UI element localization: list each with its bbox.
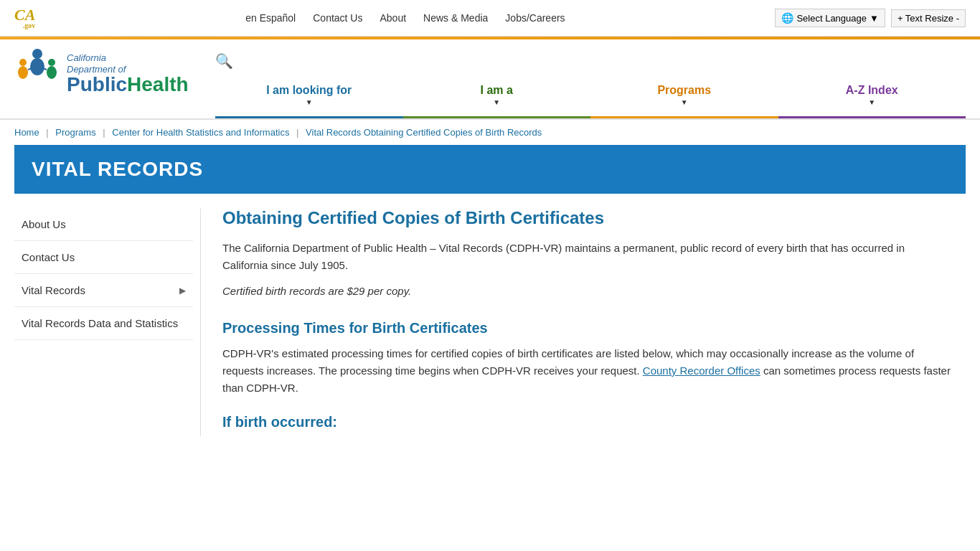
top-bar: CA.gov en Español Contact Us About News … — [0, 0, 980, 37]
nav-contact-us[interactable]: Contact Us — [313, 12, 362, 24]
nav-label-i-am-a: I am a — [410, 84, 584, 97]
breadcrumb-sep-2: | — [103, 127, 105, 138]
page-title-banner: VITAL RECORDS — [14, 145, 966, 194]
sidebar: About Us Contact Us Vital Records ▶ Vita… — [14, 208, 201, 436]
nav-label-programs: Programs — [598, 84, 771, 97]
processing-times-paragraph: CDPH-VR's estimated processing times for… — [222, 345, 951, 397]
sidebar-label-about-us: About Us — [22, 218, 66, 230]
svg-point-4 — [48, 59, 55, 66]
nav-item-looking-for[interactable]: I am looking for ▼ — [215, 75, 403, 118]
search-button[interactable]: 🔍 — [215, 52, 233, 70]
nav-item-programs[interactable]: Programs ▼ — [590, 75, 778, 118]
nav-jobs-careers[interactable]: Jobs/Careers — [505, 12, 565, 24]
top-nav: en Español Contact Us About News & Media… — [245, 12, 565, 24]
svg-point-5 — [47, 66, 57, 79]
county-recorder-link[interactable]: County Recorder Offices — [643, 364, 760, 377]
sidebar-label-contact-us: Contact Us — [22, 251, 75, 263]
if-birth-occurred-title: If birth occurred: — [222, 414, 951, 430]
nav-en-espanol[interactable]: en Español — [245, 12, 296, 24]
search-row: 🔍 — [215, 47, 233, 75]
intro-paragraph: The California Department of Public Heal… — [222, 240, 951, 274]
california-label: California — [67, 52, 189, 64]
breadcrumb-sep-3: | — [296, 127, 298, 138]
nav-label-looking-for: I am looking for — [222, 84, 396, 97]
sidebar-item-vital-records[interactable]: Vital Records ▶ — [14, 274, 193, 307]
breadcrumb-current: Vital Records Obtaining Certified Copies… — [306, 127, 542, 138]
select-language-button[interactable]: 🌐 Select Language ▼ — [775, 9, 885, 27]
cdph-logo-area[interactable]: California Department of Public Health — [14, 47, 201, 108]
content-area: About Us Contact Us Vital Records ▶ Vita… — [14, 194, 966, 436]
sidebar-label-vital-records: Vital Records — [22, 284, 85, 296]
main-title: Obtaining Certified Copies of Birth Cert… — [222, 208, 951, 228]
main-nav: 🔍 I am looking for ▼ I am a ▼ Programs ▼… — [201, 47, 966, 118]
chevron-az-index: ▼ — [786, 98, 959, 106]
breadcrumb-sep-1: | — [46, 127, 48, 138]
chevron-looking-for: ▼ — [222, 98, 396, 106]
nav-about[interactable]: About — [380, 12, 406, 24]
processing-times-title: Processing Times for Birth Certificates — [222, 320, 951, 336]
main-content: Obtaining Certified Copies of Birth Cert… — [201, 208, 966, 436]
header: California Department of Public Health 🔍… — [0, 39, 980, 120]
breadcrumb-home[interactable]: Home — [14, 127, 39, 138]
main-nav-items: I am looking for ▼ I am a ▼ Programs ▼ A… — [215, 75, 966, 118]
certified-note: Certified birth records are $29 per copy… — [222, 283, 951, 300]
sidebar-item-contact-us[interactable]: Contact Us — [14, 241, 193, 274]
ca-gov-logo[interactable]: CA.gov — [14, 6, 35, 30]
chevron-programs: ▼ — [598, 98, 771, 106]
nav-item-az-index[interactable]: A-Z Index ▼ — [778, 75, 966, 118]
svg-point-2 — [19, 59, 27, 66]
svg-point-1 — [30, 58, 44, 75]
text-resize-button[interactable]: + Text Resize - — [891, 9, 966, 27]
nav-label-az-index: A-Z Index — [786, 84, 959, 97]
sidebar-label-vital-records-data: Vital Records Data and Statistics — [22, 317, 178, 329]
chevron-down-icon: ▼ — [870, 13, 879, 24]
globe-icon: 🌐 — [781, 12, 793, 24]
sidebar-item-vital-records-data[interactable]: Vital Records Data and Statistics — [14, 307, 193, 340]
top-bar-right: 🌐 Select Language ▼ + Text Resize - — [775, 9, 966, 27]
cdph-text: California Department of Public Health — [67, 52, 189, 95]
svg-point-3 — [18, 66, 28, 79]
public-label: Public — [67, 75, 127, 95]
nav-item-i-am-a[interactable]: I am a ▼ — [403, 75, 591, 118]
sidebar-item-about-us[interactable]: About Us — [14, 208, 193, 241]
cdph-icon — [14, 47, 61, 100]
breadcrumb: Home | Programs | Center for Health Stat… — [0, 120, 980, 145]
chevron-i-am-a: ▼ — [410, 98, 584, 106]
breadcrumb-chsi[interactable]: Center for Health Statistics and Informa… — [112, 127, 289, 138]
nav-news-media[interactable]: News & Media — [423, 12, 488, 24]
chevron-right-icon: ▶ — [179, 286, 186, 296]
select-language-label: Select Language — [796, 13, 867, 24]
page-title: VITAL RECORDS — [32, 158, 948, 181]
health-label: Health — [127, 75, 189, 95]
breadcrumb-programs[interactable]: Programs — [55, 127, 95, 138]
certified-note-text: Certified birth records are $29 per copy… — [222, 285, 411, 297]
search-icon: 🔍 — [215, 53, 233, 69]
svg-point-0 — [32, 49, 42, 59]
